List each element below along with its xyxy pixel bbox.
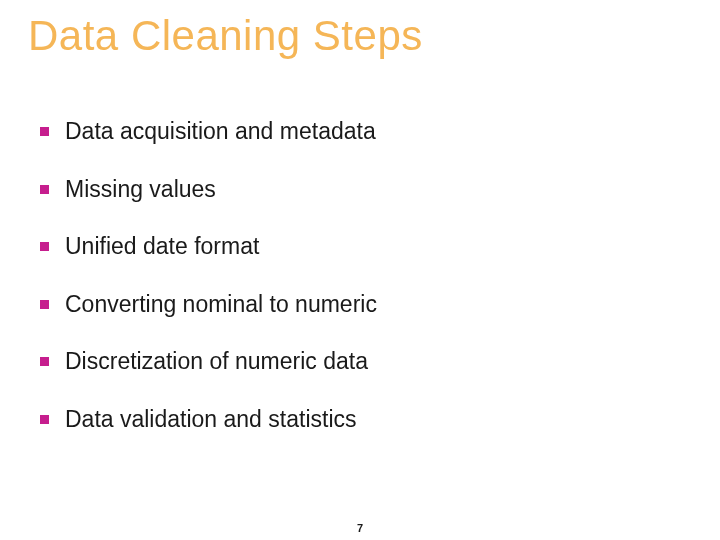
page-number: 7 xyxy=(0,522,720,534)
bullet-list: Data acquisition and metadata Missing va… xyxy=(40,118,680,464)
list-item: Data acquisition and metadata xyxy=(40,118,680,146)
slide: Data Cleaning Steps Data acquisition and… xyxy=(0,0,720,540)
list-item: Converting nominal to numeric xyxy=(40,291,680,319)
square-bullet-icon xyxy=(40,415,49,424)
bullet-text: Data validation and statistics xyxy=(65,406,357,434)
slide-title: Data Cleaning Steps xyxy=(28,12,423,60)
list-item: Data validation and statistics xyxy=(40,406,680,434)
square-bullet-icon xyxy=(40,357,49,366)
bullet-text: Discretization of numeric data xyxy=(65,348,368,376)
square-bullet-icon xyxy=(40,185,49,194)
square-bullet-icon xyxy=(40,242,49,251)
list-item: Missing values xyxy=(40,176,680,204)
list-item: Unified date format xyxy=(40,233,680,261)
bullet-text: Unified date format xyxy=(65,233,259,261)
bullet-text: Missing values xyxy=(65,176,216,204)
bullet-text: Converting nominal to numeric xyxy=(65,291,377,319)
square-bullet-icon xyxy=(40,127,49,136)
square-bullet-icon xyxy=(40,300,49,309)
list-item: Discretization of numeric data xyxy=(40,348,680,376)
bullet-text: Data acquisition and metadata xyxy=(65,118,376,146)
